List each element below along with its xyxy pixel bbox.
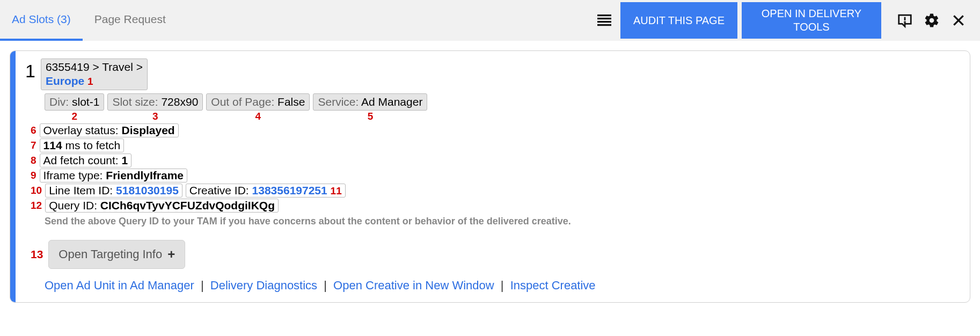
slot-panel: 1 6355419 > Travel > Europe 1 Div: slot-… bbox=[10, 50, 970, 303]
oop-label: Out of Page: bbox=[211, 96, 274, 108]
tab-ad-slots[interactable]: Ad Slots (3) bbox=[0, 0, 83, 41]
fetch-time-suffix: ms to fetch bbox=[65, 139, 120, 151]
annotation-2: 2 bbox=[71, 111, 77, 122]
fetch-time: 114 ms to fetch bbox=[40, 138, 125, 152]
breadcrumb-leaf[interactable]: Europe bbox=[46, 75, 84, 87]
query-id: Query ID: CICh6qvTyvYCFUZdvQodgiIKQg bbox=[45, 199, 279, 213]
annotation-4: 4 bbox=[255, 111, 261, 122]
action-links: Open Ad Unit in Ad Manager | Delivery Di… bbox=[45, 279, 960, 293]
annotation-12: 12 bbox=[31, 200, 42, 211]
audit-page-button[interactable]: AUDIT THIS PAGE bbox=[620, 2, 737, 39]
query-label: Query ID: bbox=[49, 199, 97, 211]
breadcrumb-prefix: 6355419 > Travel > bbox=[46, 61, 143, 73]
iframe-type: Iframe type: FriendlyIframe bbox=[40, 169, 187, 182]
targeting-label: Open Targeting Info bbox=[58, 247, 162, 261]
svg-rect-2 bbox=[597, 21, 611, 23]
service-value: Ad Manager bbox=[361, 96, 422, 108]
creative-label: Creative ID: bbox=[189, 184, 249, 196]
svg-rect-3 bbox=[597, 24, 611, 26]
header-bar: Ad Slots (3) Page Request AUDIT THIS PAG… bbox=[0, 0, 980, 41]
size-value: 728x90 bbox=[161, 96, 198, 108]
annotation-1: 1 bbox=[87, 76, 93, 87]
plus-icon: + bbox=[167, 247, 175, 262]
svg-rect-0 bbox=[597, 14, 611, 16]
panel-accent bbox=[10, 51, 16, 302]
line-item-id: Line Item ID: 5181030195 bbox=[45, 184, 182, 198]
query-id-hint: Send the above Query ID to your TAM if y… bbox=[45, 216, 960, 227]
div-value: slot-1 bbox=[72, 96, 99, 108]
open-ad-unit-link[interactable]: Open Ad Unit in Ad Manager bbox=[45, 279, 194, 292]
oop-value: False bbox=[277, 96, 305, 108]
annotation-13: 13 bbox=[31, 248, 43, 261]
fetch-count-value: 1 bbox=[122, 154, 128, 166]
creative-value[interactable]: 138356197251 bbox=[252, 184, 327, 196]
tab-page-request[interactable]: Page Request bbox=[83, 0, 178, 41]
annotation-10: 10 bbox=[31, 185, 42, 196]
fetch-count-label: Ad fetch count: bbox=[43, 154, 119, 166]
div-label: Div: bbox=[49, 96, 69, 108]
open-delivery-tools-button[interactable]: OPEN IN DELIVERY TOOLS bbox=[742, 2, 881, 39]
tabs: Ad Slots (3) Page Request bbox=[0, 0, 178, 41]
open-creative-window-link[interactable]: Open Creative in New Window bbox=[333, 279, 494, 292]
iframe-label: Iframe type: bbox=[43, 169, 103, 181]
open-targeting-info-button[interactable]: Open Targeting Info + bbox=[48, 240, 185, 269]
feedback-icon[interactable] bbox=[893, 9, 917, 32]
line-item-label: Line Item ID: bbox=[49, 184, 113, 196]
gear-icon[interactable] bbox=[920, 9, 944, 32]
div-chip: Div: slot-1 bbox=[45, 93, 104, 111]
service-chip: Service: Ad Manager bbox=[313, 93, 427, 111]
line-item-value[interactable]: 5181030195 bbox=[116, 184, 179, 196]
delivery-diagnostics-link[interactable]: Delivery Diagnostics bbox=[210, 279, 317, 292]
overlay-status: Overlay status: Displayed bbox=[40, 123, 179, 137]
annotation-6: 6 bbox=[31, 125, 36, 136]
inspect-creative-link[interactable]: Inspect Creative bbox=[510, 279, 596, 292]
list-view-icon[interactable] bbox=[593, 9, 616, 32]
fetch-time-value: 114 bbox=[43, 139, 62, 151]
overlay-value: Displayed bbox=[121, 124, 174, 136]
annotation-9: 9 bbox=[31, 170, 36, 181]
separator: | bbox=[324, 279, 327, 292]
separator: | bbox=[201, 279, 204, 292]
iframe-value: FriendlyIframe bbox=[106, 169, 184, 181]
annotation-8: 8 bbox=[31, 155, 36, 166]
size-label: Slot size: bbox=[112, 96, 158, 108]
svg-point-5 bbox=[904, 22, 905, 23]
separator: | bbox=[501, 279, 504, 292]
svg-rect-1 bbox=[597, 18, 611, 19]
annotation-11: 11 bbox=[331, 185, 342, 196]
close-icon[interactable] bbox=[947, 9, 970, 32]
fetch-count: Ad fetch count: 1 bbox=[40, 154, 132, 167]
out-of-page-chip: Out of Page: False bbox=[206, 93, 310, 111]
creative-id: Creative ID: 138356197251 11 bbox=[186, 184, 346, 198]
service-label: Service: bbox=[318, 96, 359, 108]
annotation-3: 3 bbox=[152, 111, 158, 122]
overlay-label: Overlay status: bbox=[43, 124, 119, 136]
annotation-5: 5 bbox=[368, 111, 374, 122]
annotation-7: 7 bbox=[31, 140, 36, 151]
query-value: CICh6qvTyvYCFUZdvQodgiIKQg bbox=[100, 199, 275, 211]
breadcrumb-chip[interactable]: 6355419 > Travel > Europe 1 bbox=[41, 59, 148, 90]
slot-index: 1 bbox=[25, 62, 35, 80]
slot-size-chip: Slot size: 728x90 bbox=[107, 93, 203, 111]
